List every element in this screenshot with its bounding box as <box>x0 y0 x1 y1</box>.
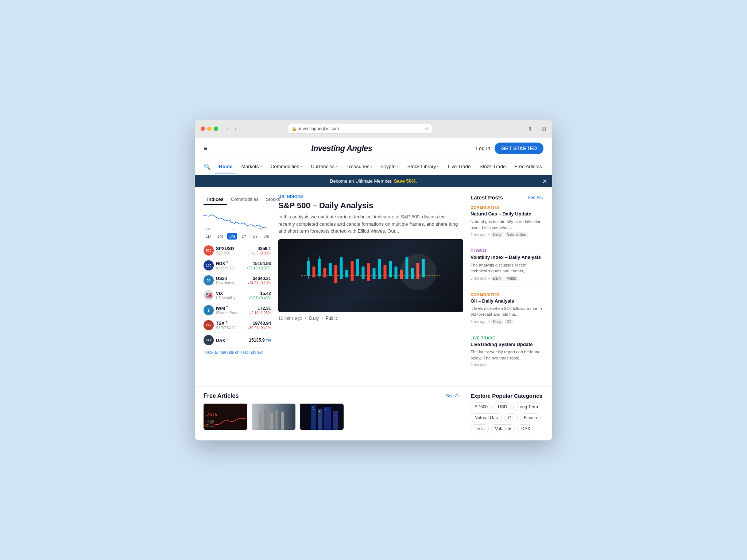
free-articles-header: Free Articles See All › <box>204 393 462 399</box>
tag-natural-gas[interactable]: Natural Gas <box>471 413 502 422</box>
browser-controls: ‹ › <box>225 125 237 132</box>
svg-rect-28 <box>395 267 398 279</box>
time-3m[interactable]: 3M <box>227 233 237 240</box>
see-all-link[interactable]: See All › <box>528 195 543 200</box>
post-excerpt-1: Natural gas is naturally at an inflectio… <box>471 219 543 230</box>
tag-oil[interactable]: Oil <box>504 413 518 422</box>
tag-dax[interactable]: DAX <box>517 424 534 433</box>
market-item-dax[interactable]: DAX DAX e+ 15135.9 TW <box>204 333 271 348</box>
nav-live-trade[interactable]: Live Trade <box>444 159 474 174</box>
sidebar-header: Latest Posts See All › <box>471 194 543 201</box>
post-title-4: LiveTrading System Update <box>471 342 543 348</box>
iwm-values: 172.31 -2.18 -1.25% <box>250 306 271 315</box>
minimize-window-button[interactable] <box>207 127 212 131</box>
nav-free-articles[interactable]: Free Articles <box>511 159 546 174</box>
tradingview-link[interactable]: Track all markets on TradingView <box>204 350 271 354</box>
svg-rect-25 <box>378 259 381 279</box>
nav-crypto[interactable]: Crypto▾ <box>378 159 402 174</box>
free-article-thumb-3[interactable] <box>300 404 344 430</box>
us30-info: US30 Dow Jones ... <box>216 276 246 285</box>
free-articles-see-all[interactable]: See All › <box>446 393 462 398</box>
nav-treasuries[interactable]: Treasuries▾ <box>343 159 376 174</box>
article-meta: 16 mins ago Daily Public <box>278 316 463 321</box>
post-tag-3a: Daily <box>491 319 503 324</box>
post-time-3: 3 hrs ago <box>471 319 487 324</box>
time-5y[interactable]: 5Y <box>251 233 260 240</box>
promo-close-button[interactable]: ✕ <box>542 178 547 184</box>
time-all[interactable]: All <box>262 233 271 240</box>
chevron-down-icon: ▾ <box>336 164 338 168</box>
tab-indices[interactable]: Indices <box>204 194 227 205</box>
nav-home[interactable]: Home <box>215 159 236 174</box>
post-tag-2a: Daily <box>491 276 503 281</box>
article-image[interactable] <box>278 239 463 312</box>
post-card-live-trade[interactable]: LIVE TRADE LiveTrading System Update The… <box>471 336 543 373</box>
spx-info: SPXUSD S&P 500 <box>216 246 250 255</box>
market-item-spx[interactable]: 500 SPXUSD S&P 500 4359.1 -3.5 -0.08% <box>204 243 271 258</box>
post-time-2: 3 hrs ago <box>471 276 487 280</box>
svg-rect-24 <box>373 268 376 279</box>
nav-strizz-trade[interactable]: Strizz Trade <box>476 159 509 174</box>
forward-button[interactable]: › <box>233 125 238 132</box>
tag-tesla[interactable]: Tesla <box>471 424 489 433</box>
ndx-price: 15154.93 <box>246 261 271 266</box>
tag-sp500[interactable]: SP500 <box>471 402 492 411</box>
article-time: 16 mins ago <box>278 316 302 321</box>
market-item-vix[interactable]: 🇺🇸 VIX US Volatility ... 15.42 +0.07 +0.… <box>204 288 271 303</box>
market-item-us30[interactable]: 30 US30 Dow Jones ... 34040.21 -34.37 -0… <box>204 273 271 288</box>
tag-long-term[interactable]: Long Term <box>513 402 542 411</box>
svg-rect-27 <box>389 261 392 277</box>
search-icon[interactable]: 🔍 <box>201 159 214 175</box>
free-article-thumb-1[interactable]: -53.18 -0.66 Monday <box>204 404 247 430</box>
chevron-down-icon: ▾ <box>437 164 439 168</box>
svg-rect-17 <box>334 265 337 283</box>
ndx-name: NDX T <box>216 261 244 266</box>
share-icon[interactable]: ⬆ <box>528 125 533 132</box>
hamburger-menu[interactable]: ≡ <box>204 145 208 152</box>
time-1d[interactable]: 1D <box>204 233 213 240</box>
close-window-button[interactable] <box>201 127 205 131</box>
back-button[interactable]: ‹ <box>225 125 230 132</box>
tsx-price: 19743.94 <box>248 321 271 326</box>
ndx-info: NDX T Nasdaq 10... <box>216 261 244 270</box>
nav-markets[interactable]: Markets▾ <box>238 159 266 174</box>
post-card-volatility[interactable]: GLOBAL Volatility Index – Daily Analysis… <box>471 249 543 287</box>
svg-rect-50 <box>333 411 338 430</box>
time-1y[interactable]: 1Y <box>239 233 248 240</box>
time-1m[interactable]: 1M <box>215 233 225 240</box>
tag-bitcoin[interactable]: Bitcoin <box>520 413 541 422</box>
market-item-iwm[interactable]: i IWM T iShares Russ... 172.31 -2.18 -1.… <box>204 303 271 318</box>
post-meta-1: 2 hrs ago Daily Natural Gas <box>471 232 543 237</box>
sidebar-panel: Latest Posts See All › COMMODITIES Natur… <box>471 194 543 379</box>
market-item-ndx[interactable]: 100 NDX T Nasdaq 10... 15154.93 +55.43 +… <box>204 258 271 273</box>
post-card-oil[interactable]: COMMODITIES Oil – Daily Analysis It feel… <box>471 293 543 330</box>
free-articles-grid: -53.18 -0.66 Monday <box>204 404 462 430</box>
tsx-sub: S&P/TSX C... <box>216 326 245 330</box>
svg-text:Sep: Sep <box>205 227 211 230</box>
maximize-window-button[interactable] <box>214 127 218 131</box>
free-articles-section: Free Articles See All › -53.18 -0.66 Mon <box>204 393 462 433</box>
grid-icon[interactable]: ⊞ <box>542 125 546 132</box>
article-category: US INDICES <box>278 194 463 199</box>
market-item-tsx[interactable]: TSX TSX T S&P/TSX C... 19743.94 -80.91 -… <box>204 318 271 333</box>
nav-commodities[interactable]: Commodities▾ <box>267 159 306 174</box>
spx-sub: S&P 500 <box>216 251 245 255</box>
svg-rect-19 <box>345 270 348 277</box>
tag-usd[interactable]: USD <box>494 402 511 411</box>
ndx-change: +55.43 +0.37% <box>246 266 271 270</box>
post-meta-2: 3 hrs ago Daily Public <box>471 276 543 281</box>
svg-text:Nov: Nov <box>258 227 263 230</box>
tab-commodities[interactable]: Commodities <box>227 194 262 205</box>
free-article-thumb-2[interactable] <box>252 404 295 430</box>
tag-cloud: SP500 USD Long Term Natural Gas Oil Bitc… <box>471 402 543 433</box>
tsx-badge: TSX <box>204 320 214 330</box>
get-started-button[interactable]: GET STARTED <box>495 143 543 154</box>
nav-currencies[interactable]: Currencies▾ <box>307 159 341 174</box>
address-bar[interactable]: 🔒 investingangles.com ↺ <box>287 124 433 133</box>
nav-stock-library[interactable]: Stock Library▾ <box>404 159 443 174</box>
svg-rect-44 <box>275 410 278 430</box>
new-tab-icon[interactable]: + <box>535 125 539 132</box>
tag-volatility[interactable]: Volatility <box>491 424 515 433</box>
login-button[interactable]: Log In <box>476 145 490 151</box>
post-card-natural-gas[interactable]: COMMODITIES Natural Gas – Daily Update N… <box>471 206 543 243</box>
